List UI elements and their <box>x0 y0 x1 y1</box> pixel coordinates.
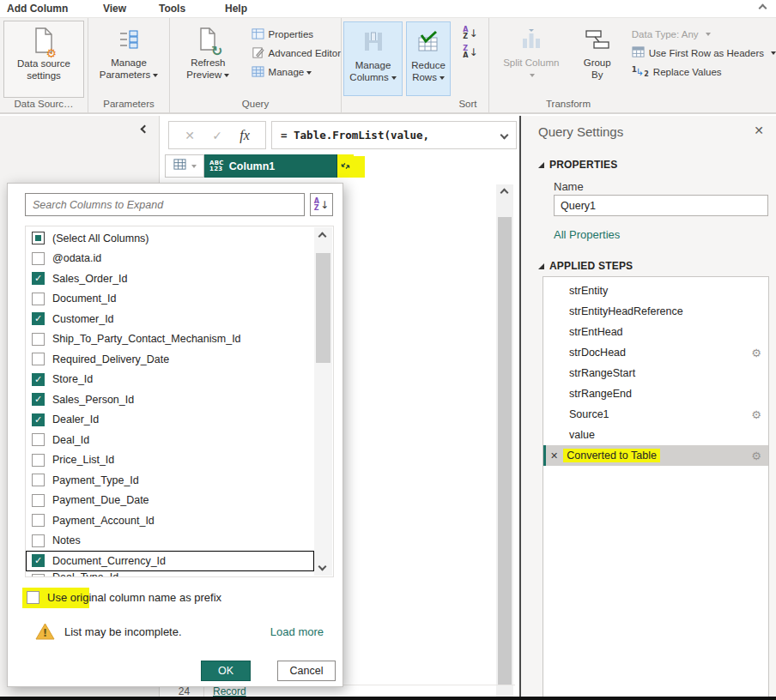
manage-columns-button[interactable]: Manage Columns <box>343 21 403 96</box>
use-original-name-option[interactable]: Use original column name as prefix <box>27 591 221 604</box>
menu-add-column[interactable]: Add Column <box>7 3 68 15</box>
expand-column-button[interactable] <box>336 154 354 178</box>
group-by-button[interactable]: Group By <box>573 21 621 98</box>
applied-step[interactable]: value <box>543 425 768 445</box>
sort-az-button[interactable]: AZ ↓ <box>310 193 333 216</box>
scroll-down-icon[interactable] <box>318 563 327 571</box>
checkbox[interactable] <box>32 433 45 446</box>
table-corner-button[interactable] <box>165 154 204 178</box>
column-option[interactable]: Deal_Id <box>26 430 314 450</box>
column-option[interactable]: Deal_Type_Id <box>26 571 314 578</box>
column-option[interactable]: (Select All Columns) <box>26 228 314 249</box>
column-option[interactable]: Ship_To_Party_Contact_Mechanism_Id <box>26 329 314 350</box>
manage-button[interactable]: Manage <box>252 63 341 81</box>
column-option[interactable]: Payment_Account_Id <box>26 510 314 531</box>
checkbox[interactable] <box>32 312 45 325</box>
column-option[interactable]: Price_List_Id <box>26 450 314 471</box>
column-option[interactable]: Document_Currency_Id <box>26 551 314 571</box>
column-option[interactable]: Store_Id <box>26 370 314 390</box>
applied-step[interactable]: strRangeEnd <box>543 383 768 404</box>
collapse-pane-icon[interactable] <box>141 125 149 134</box>
column1-header[interactable]: ABC123 Column1 <box>204 154 354 178</box>
column-option[interactable]: Sales_Person_Id <box>26 389 314 410</box>
cancel-formula-icon[interactable]: ✕ <box>185 129 195 142</box>
expand-formula-icon[interactable] <box>500 131 509 140</box>
step-settings-gear-icon[interactable]: ⚙ <box>751 408 761 421</box>
reduce-rows-button[interactable]: Reduce Rows <box>406 21 451 96</box>
menu-view[interactable]: View <box>103 3 126 15</box>
checkbox[interactable] <box>32 353 45 365</box>
column-option[interactable]: Sales_Order_Id <box>26 269 314 289</box>
checkbox[interactable] <box>32 393 45 406</box>
formula-text[interactable]: = Table.FromList(value, <box>281 129 496 142</box>
record-link[interactable]: Record <box>204 685 246 697</box>
applied-step[interactable]: strEntityHeadReference <box>543 301 768 322</box>
search-columns-input[interactable] <box>25 193 305 216</box>
step-settings-gear-icon[interactable]: ⚙ <box>751 347 761 359</box>
column-option[interactable]: Notes <box>26 531 314 552</box>
checkbox[interactable] <box>32 454 45 467</box>
applied-step[interactable]: strEntHead <box>543 322 768 342</box>
split-column-button[interactable]: Split Column <box>496 21 567 98</box>
ok-button[interactable]: OK <box>201 661 251 681</box>
scrollbar-thumb[interactable] <box>498 217 512 685</box>
applied-step[interactable]: strEntity <box>543 281 768 301</box>
scroll-up-icon[interactable] <box>318 232 327 241</box>
scrollbar-thumb[interactable] <box>316 253 330 363</box>
checkbox[interactable] <box>32 413 45 426</box>
checkbox[interactable] <box>32 554 45 567</box>
all-properties-link[interactable]: All Properties <box>554 228 620 241</box>
column-option[interactable]: Customer_Id <box>26 309 314 329</box>
manage-parameters-button[interactable]: Manage Parameters <box>89 21 168 98</box>
applied-step[interactable]: ✕Converted to Table⚙ <box>543 445 768 466</box>
column-option[interactable]: Document_Id <box>26 289 314 310</box>
checkbox[interactable] <box>32 232 45 244</box>
step-settings-gear-icon[interactable]: ⚙ <box>751 450 761 462</box>
advanced-editor-button[interactable]: Advanced Editor <box>252 45 341 62</box>
properties-section-header[interactable]: PROPERTIES <box>538 159 617 171</box>
data-type-button[interactable]: Data Type: Any <box>632 26 776 42</box>
query-name-input[interactable] <box>554 195 768 216</box>
commit-formula-icon[interactable]: ✓ <box>212 129 222 142</box>
highlight-marker <box>354 156 365 178</box>
load-more-link[interactable]: Load more <box>270 625 324 638</box>
scroll-up-icon[interactable] <box>500 189 509 197</box>
applied-steps-section-header[interactable]: APPLIED STEPS <box>538 260 633 272</box>
applied-step[interactable]: Source1⚙ <box>543 404 768 425</box>
sort-descending-button[interactable]: ZA ↓ <box>463 45 477 58</box>
checkbox[interactable] <box>32 293 45 305</box>
checkbox[interactable] <box>32 333 45 346</box>
checkbox[interactable] <box>32 574 45 578</box>
column-option[interactable]: @odata.id <box>26 249 314 269</box>
sort-ascending-button[interactable]: AZ ↓ <box>463 27 477 39</box>
grid-scrollbar[interactable] <box>496 184 513 697</box>
checkbox[interactable] <box>32 272 45 285</box>
menu-help[interactable]: Help <box>225 3 247 15</box>
checkbox[interactable] <box>32 514 45 527</box>
menu-tools[interactable]: Tools <box>159 3 185 15</box>
prefix-checkbox[interactable] <box>27 591 39 604</box>
formula-bar[interactable]: = Table.FromList(value, <box>271 121 517 149</box>
collapse-ribbon-icon[interactable] <box>759 4 767 13</box>
replace-values-button[interactable]: 1↳2 Replace Values <box>632 63 776 80</box>
checkbox[interactable] <box>32 494 45 507</box>
delete-step-icon[interactable]: ✕ <box>550 450 558 462</box>
step-label: value <box>569 429 595 441</box>
column-option[interactable]: Dealer_Id <box>26 410 314 431</box>
cancel-button[interactable]: Cancel <box>277 661 336 681</box>
applied-step[interactable]: strDocHead⚙ <box>543 342 768 363</box>
checkbox[interactable] <box>32 373 45 386</box>
column-option[interactable]: Payment_Due_Date <box>26 491 314 511</box>
refresh-preview-button[interactable]: ↻ Refresh Preview <box>170 21 246 98</box>
properties-button[interactable]: Properties <box>252 26 341 43</box>
column-option[interactable]: Required_Delivery_Date <box>26 349 314 370</box>
applied-step[interactable]: strRangeStart <box>543 363 768 383</box>
checkbox[interactable] <box>32 474 45 486</box>
use-first-row-as-headers-button[interactable]: Use First Row as Headers <box>632 45 776 61</box>
checkbox[interactable] <box>32 252 45 265</box>
checkbox[interactable] <box>32 534 45 547</box>
column-option[interactable]: Payment_Type_Id <box>26 470 314 491</box>
data-source-settings-button[interactable]: ⚙ Data source settings <box>3 21 84 98</box>
close-icon[interactable]: ✕ <box>754 124 764 137</box>
column-list-scrollbar[interactable] <box>314 227 332 576</box>
